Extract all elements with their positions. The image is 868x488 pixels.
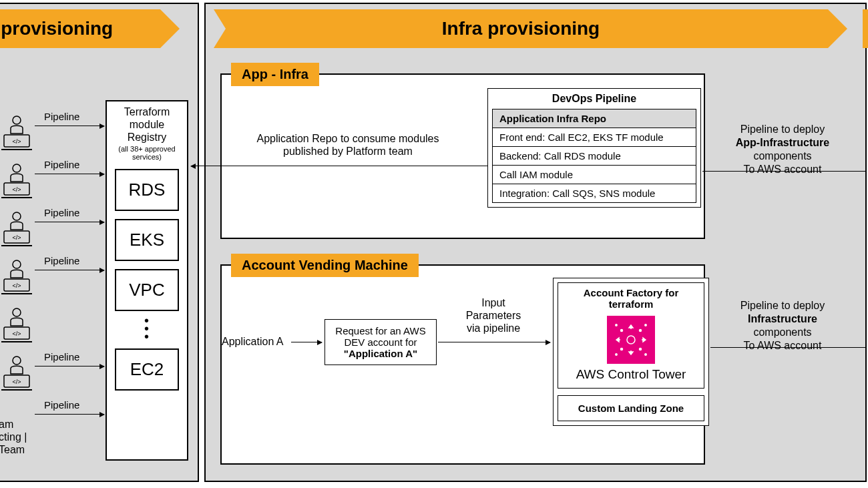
developer-icon: </> [1, 163, 32, 199]
svg-point-22 [640, 348, 642, 350]
request-box: Request for an AWS DEV account for "Appl… [324, 319, 437, 365]
account-factory-box: Account Factory for terraform AWS Contro… [553, 278, 709, 426]
next-banner-edge [863, 9, 868, 48]
avm-badge: Account Vending Machine [231, 254, 419, 277]
module-ec2: EC2 [115, 348, 179, 391]
devops-row: Integration: Call SQS, SNS module [493, 184, 696, 202]
devops-header: Application Infra Repo [492, 109, 696, 128]
pipeline-label: Pipeline [44, 207, 79, 218]
account-factory-title: Account Factory for terraform [561, 287, 701, 310]
svg-point-21 [621, 348, 623, 350]
devops-row: Backend: Call RDS module [493, 146, 696, 165]
infra-provisioning-banner: Infra provisioning [214, 9, 828, 48]
application-a-label: Application A [222, 335, 295, 348]
module-rds: RDS [115, 169, 179, 211]
app-repo-text: Application Repo to consume modules publ… [238, 132, 458, 158]
developer-icon: </> [1, 307, 32, 343]
pipeline-arrow [35, 222, 104, 222]
pipeline-label: Pipeline [44, 111, 79, 122]
svg-text:</>: </> [12, 186, 21, 193]
arrow-request-to-factory [438, 342, 550, 342]
pipeline-label: Pipeline [44, 255, 79, 266]
svg-point-18 [627, 336, 635, 344]
infra-deploy-text: Pipeline to deployInfrastructurecomponen… [720, 299, 845, 352]
svg-text:</>: </> [12, 379, 21, 385]
input-params-label: InputParametersvia pipeline [457, 296, 530, 335]
app-infra-badge: App - Infra [231, 63, 319, 86]
devops-row: Front end: Call EC2, EKS TF module [493, 128, 696, 146]
terraform-module-registry: Terraform module Registry (all 38+ appro… [105, 100, 188, 461]
user-icon-column: </> </> </> </> </> </> [1, 115, 35, 403]
svg-point-12 [13, 308, 21, 316]
svg-point-25 [616, 353, 617, 354]
devops-row: Call IAM module [493, 165, 696, 184]
svg-point-6 [13, 212, 21, 220]
svg-point-0 [13, 116, 21, 124]
svg-point-9 [13, 260, 21, 268]
svg-point-15 [13, 356, 21, 364]
module-provisioning-banner: le provisioning [0, 9, 160, 48]
module-eks: EKS [115, 219, 179, 261]
devops-pipeline-box: DevOps Pipeline Application Infra Repo F… [487, 88, 701, 208]
svg-point-23 [616, 324, 617, 325]
control-tower-icon [607, 316, 655, 364]
svg-point-24 [645, 324, 646, 325]
pipeline-label: Pipeline [44, 399, 79, 411]
developer-icon: </> [1, 355, 32, 391]
pipeline-arrow [35, 270, 104, 270]
pipeline-label: Pipeline [44, 159, 79, 170]
svg-point-19 [621, 329, 623, 331]
app-infra-deploy-text: Pipeline to deployApp-Infrastructurecomp… [720, 123, 845, 176]
devops-title: DevOps Pipeline [488, 89, 700, 109]
banner-label: le provisioning [0, 18, 113, 39]
svg-text:</>: </> [12, 234, 21, 241]
developer-icon: </> [1, 211, 32, 247]
pipeline-label: Pipeline [44, 351, 79, 362]
svg-text:</>: </> [12, 282, 21, 289]
control-tower-label: AWS Control Tower [561, 368, 701, 382]
svg-text:</>: </> [12, 138, 21, 145]
account-factory-inner: Account Factory for terraform AWS Contro… [558, 282, 704, 389]
custom-landing-zone: Custom Landing Zone [558, 395, 704, 421]
team-label: amcting |Team [0, 418, 39, 457]
developer-icon: </> [1, 115, 32, 151]
ellipsis-icon: ••• [111, 316, 183, 340]
pipeline-arrow [35, 174, 104, 174]
registry-title: Terraform module Registry [111, 105, 183, 144]
pipeline-arrow [35, 414, 104, 415]
arrow-app-to-request [291, 342, 322, 342]
svg-point-26 [645, 353, 646, 354]
devops-rows: Front end: Call EC2, EKS TF module Backe… [492, 128, 696, 203]
arrow-repo-to-registry [191, 166, 487, 166]
developer-icon: </> [1, 259, 32, 295]
svg-point-3 [13, 164, 21, 172]
module-vpc: VPC [115, 269, 179, 311]
svg-point-20 [640, 329, 642, 331]
svg-text:</>: </> [12, 330, 21, 337]
pipeline-arrow [35, 126, 104, 126]
pipeline-arrow [35, 366, 104, 367]
registry-subtitle: (all 38+ approved services) [111, 145, 183, 161]
banner-label: Infra provisioning [442, 18, 600, 39]
